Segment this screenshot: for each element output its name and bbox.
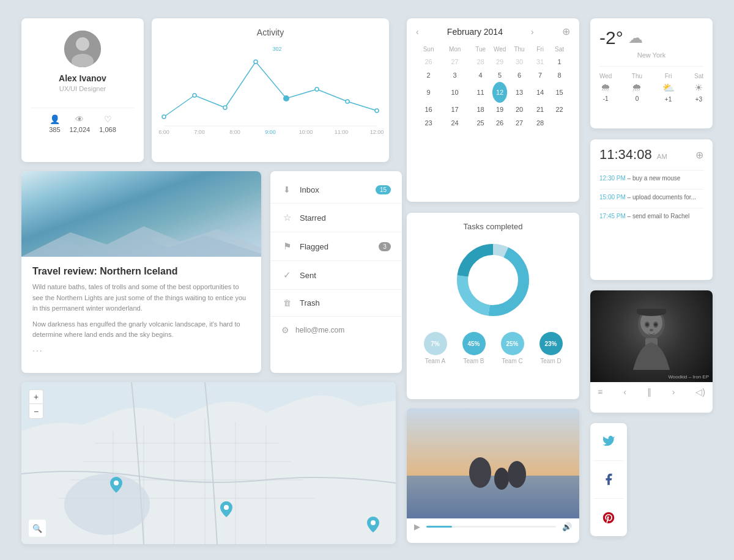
cal-cell[interactable]: 23 <box>416 116 441 130</box>
cal-cell[interactable]: 5 <box>492 68 507 82</box>
map-pin-3[interactable] <box>367 517 379 532</box>
svg-point-6 <box>223 106 227 109</box>
cal-cell[interactable]: 29 <box>492 55 507 68</box>
cal-cell[interactable]: 26 <box>416 55 441 68</box>
cal-cell[interactable]: 20 <box>507 103 532 116</box>
cal-cell[interactable]: 15 <box>549 82 570 103</box>
team-c-circle: 25% <box>501 332 524 355</box>
cal-cell[interactable]: 13 <box>507 82 532 103</box>
cal-cell[interactable]: 17 <box>441 103 469 116</box>
travel-card: Travel review: Northern Iceland Wild nat… <box>21 171 261 373</box>
cal-cell[interactable]: 16 <box>416 103 441 116</box>
mail-flagged-item[interactable]: ⚑ Flagged 3 <box>270 234 402 259</box>
cal-cell[interactable]: 22 <box>549 103 570 116</box>
video-play-ctrl[interactable]: ▶ <box>414 522 420 531</box>
cal-cell[interactable]: 19 <box>492 103 507 116</box>
profile-card: Alex Ivanov UX/UI Designer 👤 385 👁 12,02… <box>21 18 144 162</box>
starred-label: Starred <box>300 213 391 223</box>
video-card: ▶ ▶ 🔊 <box>407 408 579 543</box>
map-card: + − 🔍 <box>21 382 396 544</box>
weather-city: New York <box>599 51 703 59</box>
cal-cell[interactable]: 18 <box>469 103 492 116</box>
facebook-button[interactable] <box>590 461 627 498</box>
svg-text:12:00: 12:00 <box>370 129 384 135</box>
cal-cell[interactable]: 7 <box>532 68 549 82</box>
calendar-grid: Sun Mon Tue Wed Thu Fri Sat 26 27 28 29 … <box>416 43 570 130</box>
twitter-button[interactable] <box>590 423 627 460</box>
cal-cell[interactable]: 10 <box>441 82 469 103</box>
cal-cell[interactable]: 4 <box>469 68 492 82</box>
weather-day-wed: Wed 🌧 -1 <box>599 73 612 103</box>
cal-cell[interactable]: 30 <box>507 55 532 68</box>
cal-cell[interactable]: 6 <box>507 68 532 82</box>
cal-prev-button[interactable]: ‹ <box>416 27 419 37</box>
cloud-icon: ☁ <box>628 29 643 46</box>
mail-starred-item[interactable]: ☆ Starred <box>270 205 402 230</box>
svg-point-56 <box>469 457 491 488</box>
sun-icon: ☀ <box>694 82 703 94</box>
zoom-out-button[interactable]: − <box>29 404 43 419</box>
clock-add-button[interactable]: ⊕ <box>695 149 703 161</box>
cal-cell[interactable]: 27 <box>441 55 469 68</box>
weather-forecast: Wed 🌧 -1 Thu 🌧 0 Fri ⛅ +1 Sat ☀ +3 <box>599 73 703 103</box>
cal-cell[interactable] <box>549 116 570 130</box>
cal-next-button[interactable]: › <box>531 27 534 37</box>
travel-text-1: Wild nature baths, tales of trolls and s… <box>32 282 250 314</box>
cal-cell[interactable]: 14 <box>532 82 549 103</box>
playlist-icon[interactable]: ≡ <box>598 387 602 397</box>
cal-cell[interactable]: 31 <box>532 55 549 68</box>
travel-more-icon[interactable]: ··· <box>32 345 250 355</box>
cal-cell-today[interactable]: 12 <box>492 82 507 103</box>
mail-sent-item[interactable]: ✓ Sent <box>270 262 402 288</box>
next-button[interactable]: › <box>672 387 675 397</box>
mail-account-item[interactable]: ⚙ hello@me.com <box>270 318 402 342</box>
svg-text:9:00: 9:00 <box>265 129 276 135</box>
avatar <box>64 31 101 67</box>
svg-point-7 <box>254 60 258 64</box>
clock-display: 11:34:08 AM <box>599 147 667 163</box>
svg-rect-32 <box>637 309 666 314</box>
cal-cell[interactable]: 21 <box>532 103 549 116</box>
mail-trash-item[interactable]: 🗑 Trash <box>270 291 402 315</box>
sent-label: Sent <box>300 271 391 280</box>
map-search-button[interactable]: 🔍 <box>29 520 46 537</box>
volume-icon[interactable]: ◁) <box>695 387 705 397</box>
weather-day-fri: Fri ⛅ +1 <box>662 73 675 103</box>
svg-point-53 <box>371 520 376 525</box>
cal-cell[interactable]: 1 <box>549 55 570 68</box>
cal-cell[interactable]: 24 <box>441 116 469 130</box>
zoom-in-button[interactable]: + <box>29 389 43 404</box>
svg-point-51 <box>114 481 119 485</box>
weather-temperature: -2° <box>599 28 623 48</box>
svg-text:302: 302 <box>272 46 281 52</box>
cal-cell[interactable]: 28 <box>532 116 549 130</box>
svg-point-5 <box>193 94 196 97</box>
cal-cell[interactable]: 25 <box>469 116 492 130</box>
cal-cell[interactable]: 3 <box>441 68 469 82</box>
heart-icon: ♡ <box>104 114 112 124</box>
volume-control[interactable]: 🔊 <box>562 522 572 531</box>
pause-button[interactable]: ‖ <box>647 387 651 397</box>
calendar-title: February 2014 <box>447 27 503 37</box>
prev-button[interactable]: ‹ <box>623 387 626 397</box>
cal-cell[interactable]: 28 <box>469 55 492 68</box>
views-count: 12,024 <box>70 126 91 133</box>
cal-cell[interactable]: 9 <box>416 82 441 103</box>
svg-point-58 <box>508 461 526 488</box>
pinterest-button[interactable] <box>590 499 627 536</box>
team-c-name: Team C <box>502 358 522 364</box>
team-b-name: Team B <box>464 358 484 364</box>
svg-point-12 <box>283 95 289 101</box>
map-pin-1[interactable] <box>110 477 122 493</box>
team-a-pct: 7% <box>431 341 439 347</box>
cal-add-button[interactable]: ⊕ <box>562 26 570 37</box>
profile-title: UX/UI Designer <box>59 85 106 92</box>
cal-day-tue: Tue <box>469 43 492 55</box>
cal-cell[interactable]: 27 <box>507 116 532 130</box>
cal-cell[interactable]: 8 <box>549 68 570 82</box>
mail-inbox-item[interactable]: ⬇ Inbox 15 <box>270 177 402 202</box>
cal-cell[interactable]: 26 <box>492 116 507 130</box>
cal-cell[interactable]: 11 <box>469 82 492 103</box>
map-pin-2[interactable] <box>220 501 232 517</box>
cal-cell[interactable]: 2 <box>416 68 441 82</box>
